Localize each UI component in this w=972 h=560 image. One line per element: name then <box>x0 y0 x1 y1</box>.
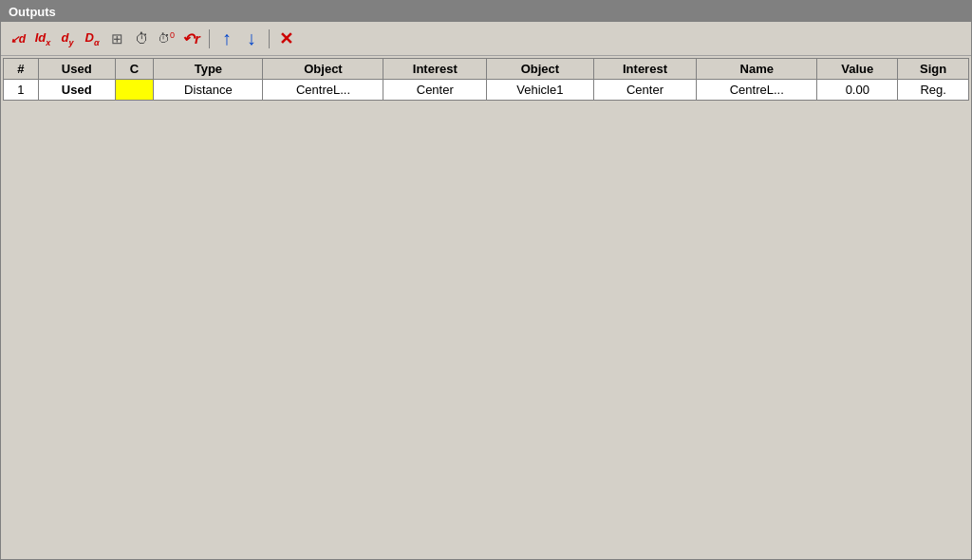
table-row[interactable]: 1 Used Distance CentreL... Center Vehicl… <box>4 80 969 101</box>
cell-object2: Vehicle1 <box>487 80 594 101</box>
cell-interest1: Center <box>383 80 487 101</box>
col-header-value: Value <box>817 59 898 80</box>
cell-sign: Reg. <box>898 80 969 101</box>
col-header-interest2: Interest <box>593 59 697 80</box>
col-header-interest1: Interest <box>383 59 487 80</box>
cell-number: 1 <box>4 80 39 101</box>
separator-1 <box>209 29 210 48</box>
cell-type: Distance <box>154 80 263 101</box>
move-up-toolbar-btn[interactable]: ↑ <box>215 28 238 50</box>
dy-toolbar-btn[interactable]: dy <box>56 28 79 50</box>
col-header-number: # <box>4 59 39 80</box>
table-container: # Used C Type Object Interest Object Int… <box>1 56 971 559</box>
clock-toolbar-btn[interactable]: ⏱ <box>130 28 153 50</box>
distance-toolbar-btn[interactable]: ↙d <box>7 28 29 50</box>
dalpha-toolbar-btn[interactable]: Dα <box>81 28 103 50</box>
title-bar: Outputs <box>1 1 971 22</box>
window-title: Outputs <box>9 5 56 19</box>
col-header-type: Type <box>154 59 263 80</box>
move-down-toolbar-btn[interactable]: ↓ <box>240 28 263 50</box>
col-header-object2: Object <box>487 59 594 80</box>
id-toolbar-btn[interactable]: Idx <box>31 28 54 50</box>
col-header-name: Name <box>697 59 817 80</box>
col-header-sign: Sign <box>898 59 969 80</box>
cell-color <box>115 80 154 101</box>
delete-toolbar-btn[interactable]: ✕ <box>275 28 298 50</box>
cell-object1: CentreL... <box>263 80 383 101</box>
cell-value: 0.00 <box>817 80 898 101</box>
cell-used: Used <box>38 80 115 101</box>
col-header-c: C <box>115 59 154 80</box>
col-header-object1: Object <box>263 59 383 80</box>
clock0-toolbar-btn[interactable]: ⏱0 <box>155 28 178 50</box>
table-header-row: # Used C Type Object Interest Object Int… <box>4 59 969 80</box>
col-header-used: Used <box>38 59 115 80</box>
toolbar: ↙d Idx dy Dα ⊞ ⏱ ⏱0 ↶r <box>1 22 971 56</box>
outputs-table: # Used C Type Object Interest Object Int… <box>3 58 969 101</box>
separator-2 <box>269 29 270 48</box>
cell-interest2: Center <box>593 80 697 101</box>
checker-toolbar-btn[interactable]: ⊞ <box>105 28 128 50</box>
cell-name: CentreL... <box>697 80 817 101</box>
curve-toolbar-btn[interactable]: ↶r <box>179 28 203 50</box>
outputs-window: Outputs ↙d Idx dy Dα ⊞ ⏱ ⏱0 <box>0 0 972 560</box>
